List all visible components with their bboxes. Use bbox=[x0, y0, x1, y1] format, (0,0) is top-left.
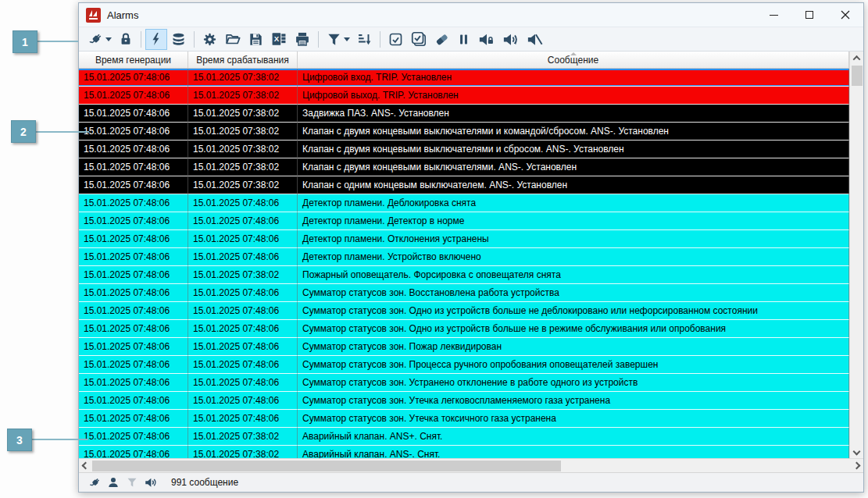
cell-generation-time: 15.01.2025 07:48:06 bbox=[79, 105, 188, 123]
minimize-button[interactable] bbox=[755, 3, 791, 27]
table-row[interactable]: 15.01.2025 07:48:0615.01.2025 07:38:02За… bbox=[79, 105, 849, 123]
cell-generation-time: 15.01.2025 07:48:06 bbox=[79, 141, 188, 158]
cell-message: Сумматор статусов зон. Утечка токсичного… bbox=[298, 410, 849, 428]
cell-message: Цифровой вход. TRIP. Установлен bbox=[298, 69, 849, 87]
horizontal-scrollbar[interactable] bbox=[79, 458, 863, 472]
cell-activation-time: 15.01.2025 07:38:02 bbox=[188, 105, 298, 123]
column-header-message[interactable]: Сообщение bbox=[298, 52, 849, 68]
maximize-button[interactable] bbox=[791, 3, 827, 27]
table-row[interactable]: 15.01.2025 07:48:0615.01.2025 07:38:02По… bbox=[79, 266, 849, 284]
table-row[interactable]: 15.01.2025 07:48:0615.01.2025 07:48:06Де… bbox=[79, 194, 849, 212]
checkbox-check-icon bbox=[388, 31, 404, 48]
scroll-down-button[interactable] bbox=[850, 445, 864, 458]
archive-button[interactable] bbox=[167, 29, 190, 50]
cell-message: Детектор пламени. Отклонения устранены bbox=[298, 230, 849, 248]
table-row[interactable]: 15.01.2025 07:48:0615.01.2025 07:48:06Су… bbox=[79, 302, 849, 320]
cell-message: Пожарный оповещатель. Форсировка с опове… bbox=[298, 266, 849, 284]
clear-button[interactable] bbox=[430, 29, 453, 50]
table-row[interactable]: 15.01.2025 07:48:0615.01.2025 07:38:02Кл… bbox=[79, 158, 849, 176]
table-header: Время генерации Время срабатывания Сообщ… bbox=[79, 52, 849, 69]
scroll-up-button[interactable] bbox=[850, 52, 864, 65]
column-header-activation-time[interactable]: Время срабатывания bbox=[188, 52, 298, 68]
table-row[interactable]: 15.01.2025 07:48:0615.01.2025 07:48:06Де… bbox=[79, 212, 849, 230]
column-header-generation-time[interactable]: Время генерации bbox=[79, 52, 188, 68]
table-row[interactable]: 15.01.2025 07:48:0615.01.2025 07:48:06Су… bbox=[79, 356, 849, 374]
chevron-down-icon bbox=[344, 37, 350, 41]
pause-icon bbox=[456, 32, 471, 47]
scroll-right-button[interactable] bbox=[850, 459, 863, 473]
cell-message: Детектор пламени. Устройство включено bbox=[298, 248, 849, 266]
speaker-lock-icon bbox=[477, 30, 495, 48]
horizontal-scrollbar-thumb[interactable] bbox=[92, 461, 561, 471]
table-row[interactable]: 15.01.2025 07:48:0615.01.2025 07:48:06Су… bbox=[79, 320, 849, 338]
table-row[interactable]: 15.01.2025 07:48:0615.01.2025 07:38:02Кл… bbox=[79, 123, 849, 141]
sound-mute-button[interactable] bbox=[523, 29, 547, 50]
chevron-up-icon bbox=[853, 55, 861, 63]
cell-generation-time: 15.01.2025 07:48:06 bbox=[79, 284, 188, 302]
cell-generation-time: 15.01.2025 07:48:06 bbox=[79, 374, 188, 392]
table-row[interactable]: 15.01.2025 07:48:0615.01.2025 07:48:06Су… bbox=[79, 284, 849, 302]
table-row[interactable]: 15.01.2025 07:48:0615.01.2025 07:38:02Кл… bbox=[79, 176, 849, 194]
alarms-window: Alarms bbox=[78, 2, 864, 493]
cell-message: Сумматор статусов зон. Утечка легковоспл… bbox=[298, 392, 849, 410]
table-row[interactable]: 15.01.2025 07:48:0615.01.2025 07:48:06Де… bbox=[79, 230, 849, 248]
database-icon bbox=[170, 31, 187, 48]
sort-indicator-icon bbox=[570, 52, 577, 55]
table-row[interactable]: 15.01.2025 07:48:0615.01.2025 07:38:02Ци… bbox=[79, 69, 849, 87]
message-count: 991 сообщение bbox=[171, 477, 238, 488]
table-row[interactable]: 15.01.2025 07:48:0615.01.2025 07:38:02Кл… bbox=[79, 141, 849, 158]
live-alarms-button[interactable] bbox=[145, 29, 167, 50]
cell-message: Клапан с двумя концевыми выключателями и… bbox=[298, 141, 849, 158]
cell-message: Цифровой выход. TRIP. Установлен bbox=[298, 87, 849, 105]
close-button[interactable] bbox=[827, 3, 863, 27]
cell-generation-time: 15.01.2025 07:48:06 bbox=[79, 266, 188, 284]
pause-button[interactable] bbox=[453, 29, 474, 50]
export-excel-button[interactable]: X bbox=[267, 29, 291, 50]
vertical-scrollbar[interactable] bbox=[849, 52, 863, 458]
acknowledge-button[interactable] bbox=[384, 29, 407, 50]
cell-generation-time: 15.01.2025 07:48:06 bbox=[79, 212, 188, 230]
cell-message: Сумматор статусов зон. Устранено отклоне… bbox=[298, 374, 849, 392]
table-row[interactable]: 15.01.2025 07:48:0615.01.2025 07:48:06Су… bbox=[79, 392, 849, 410]
callout-2-label: 2 bbox=[20, 126, 27, 138]
chevron-down-icon bbox=[105, 37, 112, 41]
titlebar: Alarms bbox=[79, 3, 863, 27]
gear-icon bbox=[202, 31, 218, 48]
sound-lock-button[interactable] bbox=[474, 29, 498, 50]
table-row[interactable]: 15.01.2025 07:48:0615.01.2025 07:48:06Су… bbox=[79, 374, 849, 392]
settings-button[interactable] bbox=[198, 29, 221, 50]
callout-1-label: 1 bbox=[22, 36, 28, 48]
filter-funnel-icon bbox=[326, 31, 342, 48]
cell-message: Сумматор статусов зон. Процесса ручного … bbox=[298, 356, 849, 374]
table-row[interactable]: 15.01.2025 07:48:0615.01.2025 07:38:02Ци… bbox=[79, 87, 849, 105]
cell-generation-time: 15.01.2025 07:48:06 bbox=[79, 248, 188, 266]
print-button[interactable] bbox=[291, 29, 314, 50]
close-icon bbox=[841, 10, 850, 20]
filter-button[interactable] bbox=[323, 29, 353, 50]
cell-message: Клапан с двумя концевыми выключателями и… bbox=[298, 123, 849, 141]
table-row[interactable]: 15.01.2025 07:48:0615.01.2025 07:48:06Су… bbox=[79, 410, 849, 428]
sound-on-button[interactable] bbox=[498, 29, 523, 50]
cell-activation-time: 15.01.2025 07:48:06 bbox=[188, 320, 298, 338]
callout-3-label: 3 bbox=[16, 434, 23, 446]
status-filter-icon bbox=[123, 474, 141, 491]
table-row[interactable]: 15.01.2025 07:48:0615.01.2025 07:48:06Су… bbox=[79, 338, 849, 356]
connect-button[interactable] bbox=[84, 29, 115, 50]
cell-activation-time: 15.01.2025 07:38:02 bbox=[188, 123, 298, 141]
table-row[interactable]: 15.01.2025 07:48:0615.01.2025 07:48:06Де… bbox=[79, 248, 849, 266]
table-row[interactable]: 15.01.2025 07:48:0615.01.2025 07:38:02Ав… bbox=[79, 428, 849, 446]
scroll-left-button[interactable] bbox=[79, 459, 92, 473]
sort-button[interactable] bbox=[353, 29, 376, 50]
cell-activation-time: 15.01.2025 07:38:02 bbox=[188, 176, 298, 194]
cell-message: Детектор пламени. Детектор в норме bbox=[298, 212, 849, 230]
acknowledge-all-button[interactable] bbox=[407, 29, 430, 50]
open-button[interactable] bbox=[221, 29, 245, 50]
app-logo-icon bbox=[86, 8, 101, 23]
cell-generation-time: 15.01.2025 07:48:06 bbox=[79, 428, 188, 446]
chevron-left-icon bbox=[82, 462, 90, 470]
table-row[interactable]: 15.01.2025 07:48:0615.01.2025 07:38:02Ав… bbox=[79, 446, 849, 458]
save-button[interactable] bbox=[245, 29, 267, 50]
sort-icon bbox=[356, 31, 373, 48]
lock-button[interactable] bbox=[115, 29, 137, 50]
vertical-scrollbar-thumb[interactable] bbox=[852, 66, 863, 86]
